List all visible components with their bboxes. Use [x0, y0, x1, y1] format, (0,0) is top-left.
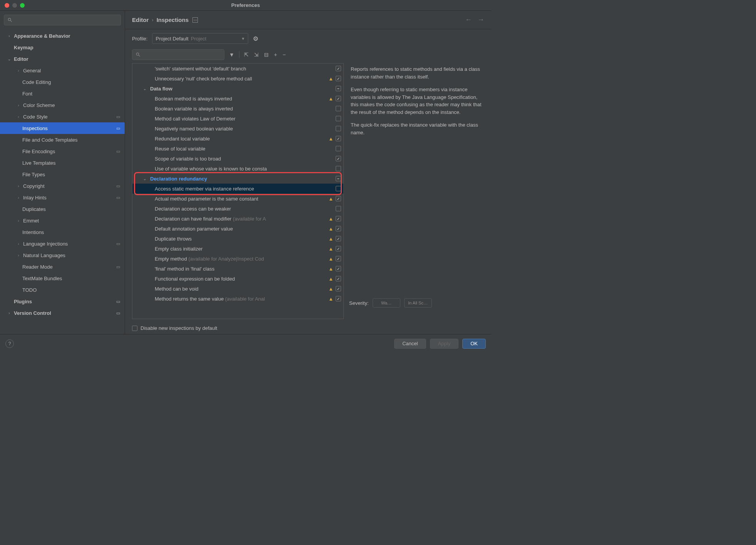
sidebar-item-version-control[interactable]: ›Version Control▭ [0, 307, 125, 319]
sidebar-item-code-editing[interactable]: Code Editing [0, 76, 125, 88]
inspection-checkbox[interactable] [336, 266, 341, 271]
sidebar-item-code-style[interactable]: ›Code Style▭ [0, 111, 125, 122]
sidebar-item-todo[interactable]: TODO [0, 284, 125, 296]
inspection-group[interactable]: ⌄Data flow [132, 84, 343, 94]
inspection-checkbox[interactable] [336, 246, 341, 251]
inspection-item[interactable]: Access static member via instance refere… [132, 184, 343, 194]
inspection-checkbox[interactable] [336, 296, 341, 301]
remove-icon[interactable]: − [282, 52, 286, 58]
sidebar-item-inspections[interactable]: Inspections▭ [0, 122, 125, 134]
expand-all-icon[interactable]: ⇱ [243, 52, 249, 58]
inspection-item[interactable]: Unnecessary 'null' check before method c… [132, 74, 343, 84]
ok-button[interactable]: OK [462, 339, 486, 349]
sidebar-item-reader-mode[interactable]: Reader Mode▭ [0, 261, 125, 272]
inspection-item[interactable]: Redundant local variable▲ [132, 134, 343, 144]
sidebar-item-file-and-code-templates[interactable]: File and Code Templates [0, 134, 125, 145]
inspection-item[interactable]: Empty class initializer▲ [132, 244, 343, 254]
inspection-item[interactable]: Functional expression can be folded▲ [132, 274, 343, 284]
inspection-item[interactable]: 'switch' statement without 'default' bra… [132, 64, 343, 74]
add-icon[interactable]: + [273, 52, 278, 58]
sidebar-item-plugins[interactable]: Plugins▭ [0, 296, 125, 307]
inspection-item[interactable]: Actual method parameter is the same cons… [132, 194, 343, 204]
inspection-checkbox[interactable] [336, 206, 341, 211]
sidebar-item-appearance-behavior[interactable]: ›Appearance & Behavior [0, 30, 125, 42]
inspection-item[interactable]: Method call violates Law of Demeter [132, 114, 343, 124]
close-window-button[interactable] [5, 3, 9, 8]
nav-back-button[interactable]: ← [465, 16, 472, 24]
sidebar-item-inlay-hints[interactable]: ›Inlay Hints▭ [0, 192, 125, 203]
inspection-search-input[interactable] [132, 49, 224, 60]
sidebar-search-input[interactable] [4, 15, 121, 25]
inspection-checkbox[interactable] [336, 286, 341, 291]
severity-scope-select[interactable]: In All Sc… [404, 298, 432, 308]
sidebar-item-copyright[interactable]: ›Copyright▭ [0, 180, 125, 192]
sidebar-item-file-encodings[interactable]: File Encodings▭ [0, 145, 125, 157]
disable-new-inspections-checkbox[interactable] [132, 326, 137, 331]
sidebar-item-natural-languages[interactable]: ›Natural Languages [0, 249, 125, 261]
inspection-checkbox[interactable] [336, 156, 341, 161]
inspection-item[interactable]: Declaration access can be weaker [132, 204, 343, 214]
sidebar-item-duplicates[interactable]: Duplicates [0, 203, 125, 215]
inspection-item[interactable]: Scope of variable is too broad [132, 154, 343, 164]
apply-button[interactable]: Apply [430, 339, 459, 349]
inspection-item[interactable]: Duplicate throws▲ [132, 234, 343, 244]
inspection-checkbox[interactable] [336, 176, 341, 181]
collapse-all-icon[interactable]: ⇲ [253, 52, 259, 58]
inspection-checkbox[interactable] [336, 126, 341, 131]
warning-icon: ▲ [328, 296, 333, 302]
inspection-checkbox[interactable] [336, 146, 341, 151]
inspection-checkbox[interactable] [336, 256, 341, 261]
sidebar-item-emmet[interactable]: ›Emmet [0, 215, 125, 226]
help-button[interactable]: ? [5, 339, 14, 348]
inspection-item[interactable]: Declaration can have final modifier (ava… [132, 214, 343, 224]
inspection-item[interactable]: Use of variable whose value is known to … [132, 164, 343, 174]
scope-badge-icon: ▭ [192, 17, 198, 23]
sidebar-item-general[interactable]: ›General [0, 65, 125, 76]
minimize-window-button[interactable] [12, 3, 17, 8]
maximize-window-button[interactable] [20, 3, 25, 8]
warning-icon: ▲ [328, 136, 333, 142]
sidebar-item-font[interactable]: Font [0, 88, 125, 99]
gear-icon[interactable]: ⚙ [253, 35, 258, 42]
inspection-checkbox[interactable] [336, 276, 341, 281]
inspection-group[interactable]: ⌄Declaration redundancy [132, 174, 343, 184]
sidebar-item-live-templates[interactable]: Live Templates [0, 157, 125, 169]
inspection-checkbox[interactable] [336, 116, 341, 121]
inspection-checkbox[interactable] [336, 96, 341, 101]
inspection-item[interactable]: Boolean method is always inverted▲ [132, 94, 343, 104]
reset-icon[interactable]: ⊟ [263, 52, 269, 58]
sidebar-item-file-types[interactable]: File Types [0, 169, 125, 180]
sidebar-item-color-scheme[interactable]: ›Color Scheme [0, 99, 125, 111]
inspection-item[interactable]: Boolean variable is always inverted [132, 104, 343, 114]
inspection-item[interactable]: Method returns the same value (available… [132, 294, 343, 304]
warning-icon: ▲ [328, 256, 333, 262]
inspection-checkbox[interactable] [336, 66, 341, 71]
inspection-item[interactable]: Method can be void▲ [132, 284, 343, 294]
nav-forward-button[interactable]: → [477, 16, 484, 24]
inspection-checkbox[interactable] [336, 196, 341, 201]
sidebar-item-textmate-bundles[interactable]: TextMate Bundles [0, 272, 125, 284]
inspection-item[interactable]: 'final' method in 'final' class▲ [132, 264, 343, 274]
inspection-checkbox[interactable] [336, 106, 341, 111]
severity-select[interactable]: Wa… [373, 298, 400, 308]
inspection-checkbox[interactable] [336, 216, 341, 221]
inspection-checkbox[interactable] [336, 236, 341, 241]
inspection-checkbox[interactable] [336, 186, 341, 191]
filter-icon[interactable]: ▼ [228, 52, 235, 58]
sidebar-item-language-injections[interactable]: ›Language Injections▭ [0, 238, 125, 249]
inspection-item[interactable]: Empty method (available for Analyze|Insp… [132, 254, 343, 264]
inspection-item[interactable]: Negatively named boolean variable [132, 124, 343, 134]
sidebar-item-intentions[interactable]: Intentions [0, 226, 125, 238]
cancel-button[interactable]: Cancel [394, 339, 426, 349]
inspection-checkbox[interactable] [336, 166, 341, 171]
inspection-checkbox[interactable] [336, 76, 341, 81]
profile-select[interactable]: Project Default Project ▼ [152, 33, 248, 44]
sidebar-item-keymap[interactable]: Keymap [0, 42, 125, 53]
breadcrumb-parent[interactable]: Editor [132, 17, 149, 23]
inspection-checkbox[interactable] [336, 86, 341, 91]
inspection-item[interactable]: Reuse of local variable [132, 144, 343, 154]
inspection-checkbox[interactable] [336, 226, 341, 231]
inspection-item[interactable]: Default annotation parameter value▲ [132, 224, 343, 234]
sidebar-item-editor[interactable]: ⌄Editor [0, 53, 125, 65]
inspection-checkbox[interactable] [336, 136, 341, 141]
